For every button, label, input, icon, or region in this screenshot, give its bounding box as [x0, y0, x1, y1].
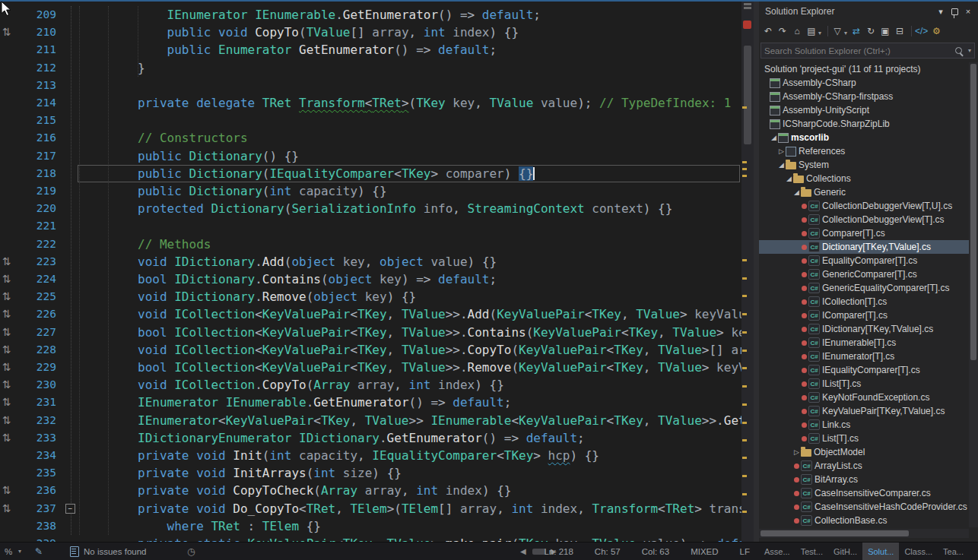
code-line[interactable]: 218 public Dictionary(IEqualityComparer<…: [0, 165, 741, 182]
tree-item[interactable]: ▷ObjectModel: [759, 445, 969, 459]
tree-item[interactable]: C#List[T].cs: [759, 432, 969, 445]
filter-icon[interactable]: ▽: [831, 24, 843, 38]
tree-item[interactable]: ◢Collections: [759, 172, 969, 185]
chevron-collapsed-icon[interactable]: ▷: [777, 147, 786, 155]
tree-horizontal-scrollbar[interactable]: [759, 529, 969, 538]
tree-item[interactable]: C#GenericEqualityComparer[T].cs: [759, 281, 969, 295]
tree-item[interactable]: C#GenericComparer[T].cs: [759, 267, 969, 281]
tree-item[interactable]: C#IDictionary[TKey,TValue].cs: [759, 322, 969, 336]
tool-window-tab[interactable]: Solut...: [862, 543, 899, 560]
code-line[interactable]: 214 private delegate TRet Transform<TRet…: [0, 94, 741, 112]
tree-item[interactable]: C#CaseInsensitiveHashCodeProvider.cs: [759, 500, 969, 514]
fold-collapse-button[interactable]: −: [65, 504, 75, 514]
code-line[interactable]: 213: [0, 77, 741, 94]
line-number[interactable]: 238: [15, 517, 56, 535]
panel-splitter[interactable]: [754, 0, 759, 542]
tree-item[interactable]: C#CaseInsensitiveComparer.cs: [759, 486, 969, 500]
search-input[interactable]: [761, 46, 955, 55]
code-view-icon[interactable]: </>: [915, 24, 928, 38]
tool-window-tab[interactable]: Asse...: [759, 543, 795, 560]
code-line[interactable]: ⇅232 IEnumerator<KeyValuePair<TKey, TVal…: [0, 412, 741, 429]
line-number[interactable]: 237: [15, 500, 56, 517]
search-icon[interactable]: [955, 47, 962, 54]
tree-item[interactable]: ◢mscorlib: [759, 131, 969, 144]
collapse-all-icon[interactable]: ⊟: [894, 24, 906, 38]
tree-item[interactable]: Assembly-CSharp-firstpass: [759, 90, 969, 103]
tree-item[interactable]: C#IComparer[T].cs: [759, 308, 969, 322]
tool-window-tab[interactable]: Test...: [795, 543, 828, 560]
line-number[interactable]: 227: [15, 324, 56, 341]
line-number[interactable]: 219: [15, 182, 56, 200]
code-line[interactable]: 209 IEnumerator IEnumerable.GetEnumerato…: [0, 6, 741, 24]
line-number[interactable]: 232: [15, 412, 56, 429]
tree-item[interactable]: C#IEqualityComparer[T].cs: [759, 363, 969, 377]
status-item[interactable]: Ln: 218: [544, 547, 573, 556]
line-number[interactable]: 215: [15, 112, 56, 129]
tree-item[interactable]: C#EqualityComparer[T].cs: [759, 254, 969, 267]
tree-item[interactable]: C#IEnumerator[T].cs: [759, 350, 969, 363]
code-line[interactable]: ⇅228 void ICollection<KeyValuePair<TKey,…: [0, 341, 741, 359]
code-line[interactable]: 217 public Dictionary() {}: [0, 147, 741, 165]
tree-item[interactable]: C#IList[T].cs: [759, 377, 969, 391]
code-line[interactable]: 238 where TRet : TElem {}: [0, 517, 741, 535]
tree-item[interactable]: C#ArrayList.cs: [759, 459, 969, 473]
code-line[interactable]: ⇅210 public void CopyTo(TValue[] array, …: [0, 24, 741, 41]
chevron-expanded-icon[interactable]: ◢: [792, 188, 801, 196]
line-number[interactable]: 236: [15, 482, 56, 499]
refresh-icon[interactable]: ↻: [865, 24, 877, 38]
line-number[interactable]: 212: [15, 59, 56, 77]
code-line[interactable]: ⇅231 IEnumerator IEnumerable.GetEnumerat…: [0, 394, 741, 411]
close-icon[interactable]: ×: [961, 5, 975, 18]
code-line[interactable]: 216 // Constructors: [0, 129, 741, 147]
nest-files-icon[interactable]: ▣: [879, 24, 891, 38]
home-icon[interactable]: ⌂: [791, 24, 803, 38]
code-line[interactable]: ⇅225 void IDictionary.Remove(object key)…: [0, 288, 741, 305]
line-number[interactable]: 230: [15, 376, 56, 394]
search-options-chevron-icon[interactable]: ▾: [968, 47, 971, 54]
line-number[interactable]: 229: [15, 359, 56, 376]
tree-item[interactable]: ◢System: [759, 158, 969, 172]
tree-item[interactable]: ICSharpCode.SharpZipLib: [759, 117, 969, 131]
tree-vertical-scrollbar[interactable]: [969, 62, 978, 527]
code-line[interactable]: 215: [0, 112, 741, 129]
pin-icon[interactable]: [948, 5, 961, 18]
code-line[interactable]: ⇅233 IDictionaryEnumerator IDictionary.G…: [0, 429, 741, 447]
tree-item[interactable]: C#Dictionary[TKey,TValue].cs: [759, 240, 969, 254]
code-line[interactable]: ⇅223 void IDictionary.Add(object key, ob…: [0, 253, 741, 271]
line-number[interactable]: 234: [15, 447, 56, 464]
code-line[interactable]: 221: [0, 217, 741, 235]
line-number[interactable]: 217: [15, 147, 56, 165]
tree-item[interactable]: ◢Generic: [759, 185, 969, 199]
status-item[interactable]: MIXED: [691, 547, 718, 556]
line-number[interactable]: 228: [15, 341, 56, 359]
tree-item[interactable]: Assembly-UnityScript: [759, 103, 969, 117]
line-number[interactable]: 209: [15, 6, 56, 24]
line-number[interactable]: 211: [15, 41, 56, 59]
code-line[interactable]: ⇅236 private void CopyToCheck(Array arra…: [0, 482, 741, 499]
line-number[interactable]: 220: [15, 200, 56, 217]
editor-vertical-scrollbar[interactable]: [741, 0, 754, 542]
tree-item[interactable]: C#Comparer[T].cs: [759, 226, 969, 240]
zoom-chevron-icon[interactable]: ▾: [18, 543, 21, 560]
chevron-expanded-icon[interactable]: ◢: [785, 175, 793, 182]
tree-item[interactable]: C#KeyValuePair[TKey,TValue].cs: [759, 404, 969, 418]
nav-back-icon[interactable]: ↶: [762, 24, 774, 38]
code-line[interactable]: ⇅227 bool ICollection<KeyValuePair<TKey,…: [0, 324, 741, 341]
switch-views-icon[interactable]: ▤: [805, 24, 818, 38]
zoom-control[interactable]: %: [5, 543, 12, 560]
code-line[interactable]: 219 public Dictionary(int capacity) {}: [0, 182, 741, 200]
code-editor[interactable]: 209 IEnumerator IEnumerable.GetEnumerato…: [0, 0, 741, 542]
tree-item[interactable]: C#ICollection[T].cs: [759, 295, 969, 308]
tree-item[interactable]: C#Link.cs: [759, 418, 969, 432]
line-number[interactable]: 221: [15, 217, 56, 235]
tree-item[interactable]: Assembly-CSharp: [759, 76, 969, 90]
tree-item[interactable]: C#CollectionDebuggerView[T].cs: [759, 213, 969, 226]
line-number[interactable]: 225: [15, 288, 56, 305]
line-number[interactable]: 239: [15, 535, 56, 542]
tree-item[interactable]: C#IEnumerable[T].cs: [759, 336, 969, 350]
tree-item[interactable]: Solution 'project-gui' (11 of 11 project…: [759, 62, 969, 76]
line-number[interactable]: 213: [15, 77, 56, 94]
nav-forward-icon[interactable]: ↷: [776, 24, 789, 38]
code-line[interactable]: ⇅237 private void Do_CopyTo<TRet, TElem>…: [0, 500, 741, 517]
document-health-status[interactable]: No issues found: [84, 543, 146, 560]
